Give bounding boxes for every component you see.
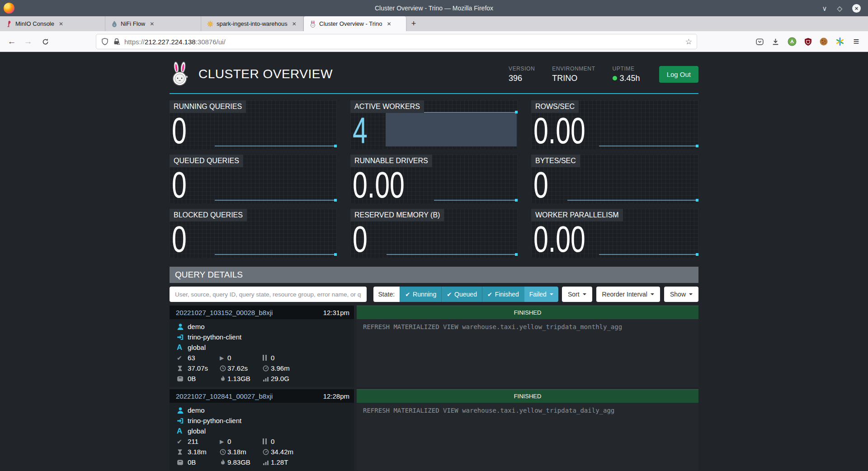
stat-tiles: RUNNING QUERIES 0 ACTIVE WORKERS 4 ROWS/… [170, 100, 698, 258]
filter-failed-dropdown[interactable]: Failed [524, 287, 558, 302]
tab-close-icon[interactable]: ✕ [385, 20, 393, 28]
back-button[interactable]: ← [5, 34, 19, 49]
query-row: 20221027_103152_00028_b8xji 12:31pm FINI… [170, 306, 698, 387]
query-time: 12:31pm [323, 309, 349, 316]
completed-splits-icon: ✔ [177, 436, 182, 447]
tab-spark-notebook[interactable]: spark-ingest-into-warehous ✕ [201, 16, 304, 31]
query-details-panel: demo trino-python-client Aglobal ✔63 ▶0 … [170, 319, 354, 387]
cumulative-bytes: 29.0G [271, 373, 289, 384]
query-details-header: QUERY DETAILS [170, 267, 698, 283]
asterisk-extension-icon[interactable] [834, 35, 846, 48]
cumulative-memory-icon [263, 447, 269, 457]
resource-group-icon: A [177, 342, 182, 353]
tab-close-icon[interactable]: ✕ [148, 20, 156, 28]
cookie-extension-icon[interactable] [817, 35, 830, 48]
tile-running-queries: RUNNING QUERIES 0 [170, 100, 337, 149]
downloads-icon[interactable] [769, 35, 782, 48]
check-icon: ✔ [487, 291, 492, 298]
query-text: REFRESH MATERIALIZED VIEW warehouse.taxi… [357, 403, 698, 471]
tile-queued-queries: QUEUED QUERIES 0 [170, 155, 337, 203]
query-status-bar: FINISHED [357, 389, 698, 403]
query-id-cell: 20221027_103152_00028_b8xji 12:31pm [170, 306, 354, 319]
completed-splits: 211 [188, 436, 198, 447]
filter-finished-button[interactable]: ✔Finished [482, 287, 524, 302]
tab-nifi-flow[interactable]: NiFi Flow ✕ [105, 16, 201, 31]
new-tab-button[interactable]: + [406, 16, 421, 31]
query-resource-group: global [188, 426, 206, 436]
tile-worker-parallelism: WORKER PARALLELISM 0.00 [531, 209, 698, 258]
tab-minio-console[interactable]: MinIO Console ✕ [0, 16, 105, 31]
minimize-icon[interactable]: ∨ [822, 5, 827, 12]
query-row: 20221027_102841_00027_b8xji 12:28pm FINI… [170, 389, 698, 471]
tab-cluster-overview-active[interactable]: Cluster Overview - Trino ✕ [304, 16, 406, 31]
wall-time-icon [177, 363, 183, 373]
reorder-interval-dropdown[interactable]: Reorder Interval [596, 287, 660, 302]
maximize-icon[interactable]: ◇ [837, 5, 842, 12]
queued-splits-icon [263, 436, 267, 447]
current-memory-icon [177, 373, 184, 384]
version-label: VERSION [509, 66, 535, 72]
query-source: trino-python-client [188, 332, 241, 342]
query-id-cell: 20221027_102841_00027_b8xji 12:28pm [170, 389, 354, 403]
tile-value: 4 [353, 113, 368, 147]
cumulative-memory: 3.96m [271, 363, 290, 373]
close-icon[interactable]: × [852, 4, 861, 13]
query-details-panel: demo trino-python-client Aglobal ✔211 ▶0… [170, 403, 354, 471]
ublock-icon[interactable] [802, 35, 814, 48]
reload-button[interactable] [38, 34, 52, 49]
query-id-link[interactable]: 20221027_103152_00028_b8xji [176, 309, 273, 316]
state-filter-label: State: [373, 287, 400, 302]
nifi-icon [111, 20, 118, 28]
sparkline-dot [334, 253, 337, 256]
tab-title: spark-ingest-into-warehous [217, 20, 288, 27]
tracking-shield-icon[interactable] [101, 38, 109, 46]
current-memory: 0B [188, 457, 196, 467]
tile-label: ROWS/SEC [531, 100, 579, 113]
query-user: demo [188, 321, 205, 332]
bookmark-star-icon[interactable]: ☆ [685, 37, 692, 47]
wall-time-icon [177, 447, 183, 457]
sparkline-dot [515, 199, 518, 202]
tile-rows-sec: ROWS/SEC 0.00 [531, 100, 698, 149]
query-status-bar: FINISHED [357, 306, 698, 319]
completed-splits: 63 [188, 353, 195, 363]
menu-hamburger-icon[interactable]: ≡ [850, 35, 863, 48]
tile-runnable-drivers: RUNNABLE DRIVERS 0.00 [350, 155, 518, 203]
pocket-icon[interactable] [753, 35, 766, 48]
sparkline [387, 254, 517, 255]
tile-active-workers: ACTIVE WORKERS 4 [350, 100, 518, 149]
url-bar[interactable]: https://212.227.224.138:30876/ui/ ☆ [96, 34, 697, 49]
tile-value: 0 [172, 222, 187, 256]
forward-button[interactable]: → [21, 34, 35, 49]
peak-memory: 9.83GB [227, 457, 250, 467]
logout-button[interactable]: Log Out [659, 66, 698, 83]
uptime-meta: UPTIME 3.45h [613, 66, 640, 83]
show-dropdown[interactable]: Show [664, 287, 698, 302]
sparkline [599, 254, 698, 255]
cumulative-memory: 34.42m [271, 447, 293, 457]
check-icon: ✔ [447, 291, 452, 298]
sparkline [215, 254, 336, 255]
uptime-value: 3.45h [620, 74, 640, 83]
peak-memory: 1.13GB [227, 373, 250, 384]
filter-queued-button[interactable]: ✔Queued [441, 287, 482, 302]
sort-dropdown[interactable]: Sort [562, 287, 592, 302]
query-details-toolbar: State: ✔Running ✔Queued ✔Finished Failed… [170, 287, 698, 302]
state-filter-group: State: ✔Running ✔Queued ✔Finished Failed [373, 287, 558, 302]
window-title: Cluster Overview - Trino — Mozilla Firef… [0, 5, 868, 12]
url-text[interactable]: https://212.227.224.138:30876/ui/ [124, 38, 226, 46]
filter-running-button[interactable]: ✔Running [400, 287, 441, 302]
privacy-badger-icon[interactable] [786, 35, 798, 48]
query-id-link[interactable]: 20221027_102841_00027_b8xji [176, 392, 273, 400]
site-header: CLUSTER OVERVIEW VERSION 396 ENVIRONMENT… [170, 52, 698, 94]
sparkline-dot [334, 145, 337, 147]
user-icon [177, 321, 184, 332]
cumulative-bytes-icon [263, 457, 269, 467]
tile-label: RUNNABLE DRIVERS [350, 155, 432, 167]
tab-close-icon[interactable]: ✕ [57, 20, 65, 28]
tile-value: 0.00 [533, 113, 585, 147]
query-search-input[interactable] [170, 287, 367, 302]
lock-warning-icon[interactable] [113, 38, 121, 46]
tab-close-icon[interactable]: ✕ [290, 20, 298, 28]
tile-value: 0 [172, 168, 187, 202]
